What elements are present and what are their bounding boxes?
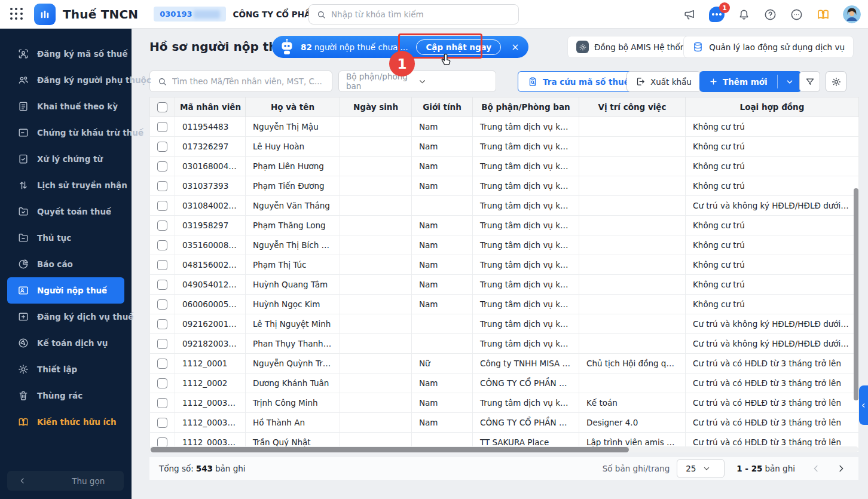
row-select-cell (150, 117, 175, 137)
column-header[interactable]: Mã nhân viên (175, 97, 246, 117)
row-checkbox[interactable] (157, 240, 167, 250)
row-checkbox[interactable] (157, 378, 167, 388)
sidebar-item[interactable]: Khai thuế theo kỳ (7, 93, 124, 120)
column-header[interactable]: Loại hợp đồng (686, 97, 859, 117)
per-page-select[interactable]: 25 (677, 459, 725, 478)
sidebar-item[interactable]: Chứng từ khấu trừ thuế (7, 120, 124, 146)
sidebar-item[interactable]: Thùng rác (7, 382, 124, 409)
sidebar-item[interactable]: Kiến thức hữu ích (7, 409, 124, 435)
side-panel-toggle[interactable] (859, 385, 868, 425)
cell-gender (412, 314, 473, 334)
global-search-input[interactable] (331, 10, 518, 19)
banner-close-icon[interactable] (511, 42, 520, 52)
row-checkbox[interactable] (157, 280, 167, 290)
row-checkbox[interactable] (157, 319, 167, 329)
table-row[interactable]: 092162001034 Lê Thị Nguyệt Minh Trung tâ… (150, 314, 859, 334)
table-row[interactable]: 048156002415 Phạm Thị Túc Nam Trung tâm … (150, 255, 859, 275)
sync-amis-button[interactable]: Đồng bộ AMIS Hệ thống (568, 36, 699, 57)
row-checkbox[interactable] (157, 418, 167, 428)
database-icon (692, 41, 704, 53)
sidebar-item[interactable]: Người nộp thuế (7, 277, 124, 304)
more-options-icon[interactable] (790, 8, 803, 22)
table-row[interactable]: 060060005601 Huỳnh Ngọc Kim Nam Trung tâ… (150, 295, 859, 314)
table-row[interactable]: 035160008945 Nguyễn Thị Bích Ngà Nam Tru… (150, 235, 859, 255)
knowledge-book-icon[interactable] (816, 7, 830, 22)
add-new-split-button[interactable]: Thêm mới (699, 71, 802, 92)
labor-management-button[interactable]: Quản lý lao động sử dụng dịch vụ (684, 36, 853, 57)
next-page-button[interactable] (833, 461, 849, 476)
column-header[interactable]: Họ và tên (246, 97, 340, 117)
add-new-dropdown-toggle[interactable] (778, 71, 802, 92)
table-row[interactable]: 1112_0002 Dương Khánh Tuân Nam CÔNG TY C… (150, 374, 859, 393)
table-row[interactable]: 031084002720 Nguyễn Văn Thắng Trung tâm … (150, 196, 859, 216)
table-row[interactable]: 017326297 Lê Huy Hoàn Nam Trung tâm dịch… (150, 137, 859, 157)
row-checkbox[interactable] (157, 201, 167, 211)
toolbar: Bộ phận/phòng ban Tra cứu mã số thuế Xuấ… (132, 66, 868, 97)
table-row[interactable]: 1112_0001 Nguyễn Quỳnh Trang Nữ Công ty … (150, 354, 859, 374)
previous-page-button[interactable] (808, 461, 824, 476)
employee-search-input[interactable] (172, 76, 332, 86)
user-avatar[interactable] (843, 5, 861, 23)
row-checkbox[interactable] (157, 359, 167, 369)
update-now-button[interactable]: Cập nhật ngay (416, 39, 501, 55)
cell-department: Trung tâm dịch vụ khách ... (473, 157, 579, 176)
table-row[interactable]: 092182003473 Phan Thụy Thanh Trúc Trung … (150, 334, 859, 354)
row-select-cell (150, 374, 175, 393)
cell-position (579, 196, 686, 216)
sidebar-item[interactable]: Xử lý chứng từ (7, 146, 124, 172)
row-checkbox[interactable] (157, 142, 167, 152)
sidebar-item[interactable]: Thiết lập (7, 356, 124, 382)
table-row[interactable]: 049054012741 Huỳnh Quang Tâm Nam Trung t… (150, 275, 859, 295)
row-checkbox[interactable] (157, 339, 167, 349)
help-icon[interactable] (763, 8, 777, 22)
sidebar-item[interactable]: Báo cáo (7, 251, 124, 277)
row-checkbox[interactable] (157, 221, 167, 231)
cell-gender: Nam (412, 157, 473, 176)
hand-cursor-icon (438, 53, 454, 71)
add-new-button[interactable]: Thêm mới (699, 71, 777, 92)
row-checkbox[interactable] (157, 260, 167, 270)
sidebar-item[interactable]: Lịch sử truyền nhận (7, 172, 124, 198)
sidebar-item-icon (17, 311, 29, 323)
department-select[interactable]: Bộ phận/phòng ban (338, 71, 496, 92)
sidebar-item[interactable]: Kế toán dịch vụ (7, 330, 124, 356)
sidebar-item[interactable]: Đăng ký mã số thuế (7, 41, 124, 67)
cell-position: Designer 4.0 (579, 413, 686, 433)
row-checkbox[interactable] (157, 398, 167, 408)
table-row[interactable]: 1112_0003_DE... Trịnh Công Minh Nam Trun… (150, 393, 859, 413)
export-button[interactable]: Xuất khẩu (626, 71, 701, 92)
apps-grid-icon[interactable] (10, 8, 23, 21)
filter-button[interactable] (799, 71, 820, 92)
table-row[interactable]: 011954483 Nguyễn Thị Mậu Nam Trung tâm d… (150, 117, 859, 137)
horizontal-scrollbar[interactable] (151, 447, 629, 452)
table-row[interactable]: 031958297 Phạm Thăng Long Nam Trung tâm … (150, 216, 859, 235)
sidebar-item[interactable]: Đăng ký dịch vụ thuế (7, 304, 124, 330)
vertical-scrollbar[interactable] (854, 188, 858, 400)
notification-bell-icon[interactable] (737, 8, 751, 22)
column-header[interactable]: Giới tính (412, 97, 473, 117)
announcement-icon[interactable] (683, 8, 696, 22)
row-checkbox[interactable] (157, 122, 167, 132)
taxpayer-table: Mã nhân viênHọ và tênNgày sinhGiới tínhB… (149, 97, 858, 452)
column-header[interactable]: Vị trí công việc (579, 97, 686, 117)
table-row[interactable]: 031037393 Phạm Tiến Đương Nam Trung tâm … (150, 176, 859, 196)
chat-icon[interactable]: 1 (709, 7, 725, 22)
table-row[interactable]: 030168004873 Phạm Liên Hương Nam Trung t… (150, 157, 859, 176)
select-all-checkbox[interactable] (157, 102, 167, 112)
sidebar-item[interactable]: Thủ tục (7, 225, 124, 251)
sidebar-collapse-button[interactable]: Thu gọn (7, 471, 124, 491)
row-checkbox[interactable] (157, 299, 167, 310)
row-checkbox[interactable] (157, 181, 167, 191)
table-row[interactable]: 1112_0003_DE... Hồ Thành An Nam CÔNG TY … (150, 413, 859, 433)
table-settings-button[interactable] (826, 71, 846, 92)
sidebar-item[interactable]: Đăng ký người phụ thuộc (7, 67, 124, 93)
tax-code-lookup-button[interactable]: Tra cứu mã số thuế (518, 71, 639, 92)
row-checkbox[interactable] (157, 161, 167, 172)
cell-employee-code: 031958297 (175, 216, 246, 235)
sidebar-item[interactable]: Quyết toán thuế (7, 198, 124, 225)
column-header[interactable]: Ngày sinh (340, 97, 412, 117)
column-header[interactable]: Bộ phận/Phòng ban (473, 97, 579, 117)
cell-full-name: Phan Thụy Thanh Trúc (246, 334, 340, 354)
cell-full-name: Huỳnh Quang Tâm (246, 275, 340, 295)
row-select-cell (150, 413, 175, 433)
